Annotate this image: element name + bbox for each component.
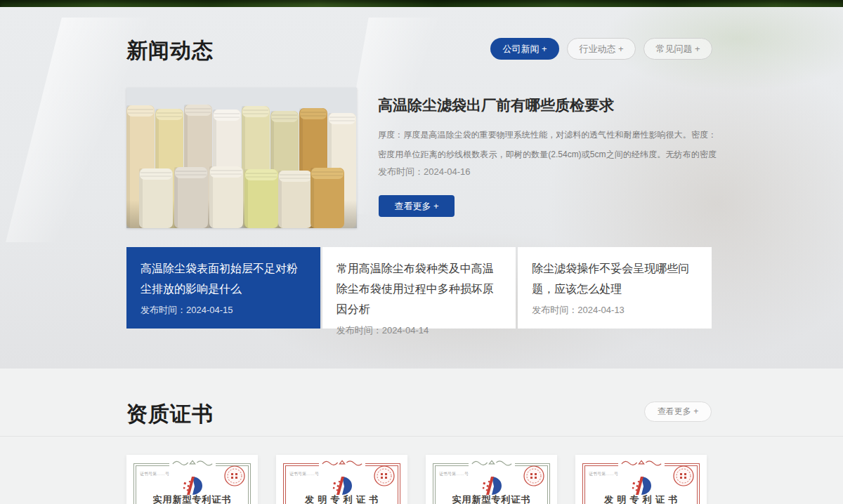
certificate-number: 证书号第……号 <box>439 471 469 477</box>
featured-article-title[interactable]: 高温除尘滤袋出厂前有哪些质检要求 <box>378 95 714 115</box>
certificate-title: 实用新型专利证书 <box>426 493 557 504</box>
featured-article-date: 发布时间：2024-04-16 <box>378 166 471 178</box>
section-divider <box>0 436 843 437</box>
patent-logo-icon <box>481 476 502 496</box>
featured-article-image[interactable] <box>126 88 357 228</box>
date-label: 发布时间： <box>140 305 186 315</box>
certificate-number: 证书号第……号 <box>140 471 169 477</box>
certificate-title: 发 明 专 利 证 书 <box>276 493 407 504</box>
certificate-title: 发 明 专 利 证 书 <box>575 493 707 504</box>
news-section: 新闻动态 公司新闻 + 行业动态 + 常见问题 + 高温除尘滤袋出厂前有哪些质检… <box>0 7 843 369</box>
certificate-number: 证书号第……号 <box>289 471 319 477</box>
date-value: 2024-04-14 <box>382 325 429 336</box>
featured-article-excerpt: 厚度：厚度是高温除尘袋的重要物理系统性能，对滤料的透气性和耐磨性影响很大。密度：… <box>378 125 717 165</box>
tab-company-news[interactable]: 公司新闻 + <box>490 38 559 60</box>
date-value: 2024-04-13 <box>577 305 625 315</box>
certificates-view-more-button[interactable]: 查看更多 + <box>644 402 712 422</box>
news-card-list: 高温除尘袋表面初始层不足对粉尘排放的影响是什么 发布时间：2024-04-15 … <box>126 247 712 329</box>
certificate-card[interactable]: 证书号第……号 实用新型专利证书 <box>426 455 557 504</box>
tab-faq[interactable]: 常见问题 + <box>643 38 712 60</box>
ornament-icon <box>319 458 365 467</box>
news-card[interactable]: 常用高温除尘布袋种类及中高温除尘布袋使用过程中多种损坏原因分析 发布时间：202… <box>322 247 516 329</box>
treetops-image-strip <box>0 0 843 7</box>
patent-logo-icon <box>182 476 203 496</box>
patent-logo-icon <box>332 476 353 496</box>
ornament-icon <box>169 458 216 467</box>
red-seal-icon <box>373 465 396 487</box>
ornament-icon <box>618 458 665 467</box>
certificate-list: 证书号第……号 实用新型专利证书 证书号第……号 发 明 专 利 证 书 证书号… <box>126 455 712 504</box>
certificates-section-title: 资质证书 <box>126 400 214 429</box>
news-card-date: 发布时间：2024-04-14 <box>336 324 502 337</box>
red-seal-icon <box>672 465 695 487</box>
date-value: 2024-04-15 <box>186 305 233 315</box>
dust-filter-bags-illustration <box>126 88 357 228</box>
patent-logo-icon <box>631 476 652 496</box>
date-label: 发布时间： <box>336 325 382 336</box>
news-card-title: 除尘滤袋操作不妥会呈现哪些问题，应该怎么处理 <box>532 258 698 299</box>
date-label: 发布时间： <box>378 166 424 177</box>
red-seal-icon <box>523 465 545 487</box>
tab-industry-news[interactable]: 行业动态 + <box>567 38 636 60</box>
certificates-section: 资质证书 查看更多 + 证书号第……号 实用新型专利证书 证书号第……号 发 明… <box>0 369 843 504</box>
news-category-tabs: 公司新闻 + 行业动态 + 常见问题 + <box>490 38 712 60</box>
date-value: 2024-04-16 <box>424 166 471 177</box>
view-more-button[interactable]: 查看更多 + <box>379 195 455 217</box>
news-section-title: 新闻动态 <box>126 37 214 65</box>
red-seal-icon <box>223 465 246 487</box>
news-card[interactable]: 高温除尘袋表面初始层不足对粉尘排放的影响是什么 发布时间：2024-04-15 <box>126 247 320 329</box>
certificate-card[interactable]: 证书号第……号 发 明 专 利 证 书 <box>276 455 407 504</box>
news-card-title: 常用高温除尘布袋种类及中高温除尘布袋使用过程中多种损坏原因分析 <box>336 258 502 319</box>
certificate-number: 证书号第……号 <box>589 471 618 477</box>
certificate-card[interactable]: 证书号第……号 实用新型专利证书 <box>126 455 258 504</box>
certificate-card[interactable]: 证书号第……号 发 明 专 利 证 书 <box>575 455 707 504</box>
ornament-icon <box>469 458 515 467</box>
date-label: 发布时间： <box>532 305 577 315</box>
news-card-title: 高温除尘袋表面初始层不足对粉尘排放的影响是什么 <box>140 258 306 299</box>
page: 新闻动态 公司新闻 + 行业动态 + 常见问题 + 高温除尘滤袋出厂前有哪些质检… <box>0 0 843 504</box>
news-card-date: 发布时间：2024-04-13 <box>532 304 698 317</box>
news-card[interactable]: 除尘滤袋操作不妥会呈现哪些问题，应该怎么处理 发布时间：2024-04-13 <box>518 247 712 329</box>
news-card-date: 发布时间：2024-04-15 <box>140 304 306 317</box>
certificate-title: 实用新型专利证书 <box>126 493 258 504</box>
